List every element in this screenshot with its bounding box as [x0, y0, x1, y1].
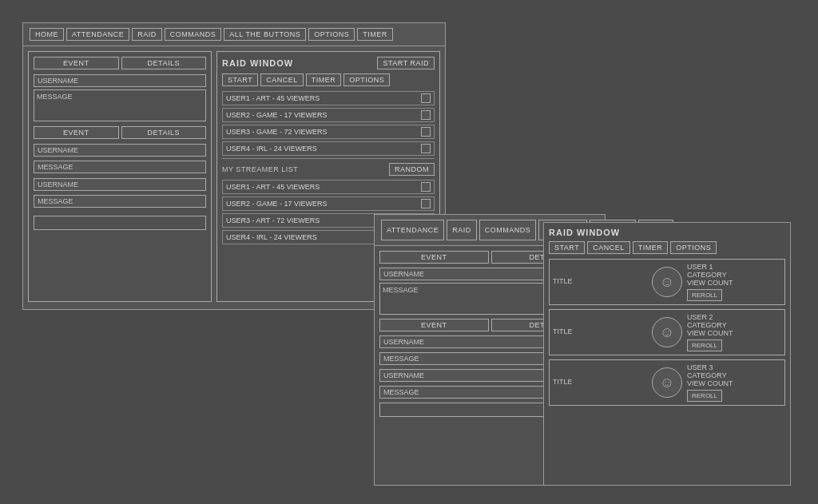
checkbox-s1[interactable]	[421, 182, 431, 192]
list-item[interactable]: USER2 - GAME - 17 VIEWERS	[222, 196, 435, 211]
message-field-3[interactable]: MESSAGE	[34, 195, 206, 208]
nav-timer[interactable]: TIMER	[357, 28, 393, 41]
raid-card-2-info: USER 2 CATEGORY VIEW COUNT REROLL	[687, 313, 781, 351]
avatar-1: ☺	[652, 267, 682, 297]
win3-raid-title: RAID WINDOW	[549, 228, 620, 237]
bottom-bar-1[interactable]	[34, 216, 206, 230]
nav-raid[interactable]: RAID	[132, 28, 162, 41]
checkbox-3[interactable]	[421, 127, 431, 137]
user-1-category: CATEGORY	[687, 271, 781, 279]
start-btn-1[interactable]: START	[222, 73, 258, 86]
raid-card-3: TITLE ☺ USER 3 CATEGORY VIEW COUNT REROL…	[549, 359, 785, 406]
win3-cancel-btn[interactable]: CANCEL	[587, 241, 630, 254]
event-btn-1[interactable]: EVENT	[34, 57, 119, 69]
raid-card-2: TITLE ☺ USER 2 CATEGORY VIEW COUNT REROL…	[549, 309, 785, 355]
chat-block-1: USERNAME MESSAGE	[34, 74, 206, 121]
win2-event-btn-2[interactable]: EVENT	[379, 319, 489, 331]
details-btn-1[interactable]: DETAILS	[121, 57, 207, 69]
options-btn-1[interactable]: OPTIONS	[343, 73, 390, 86]
message-area-1[interactable]: MESSAGE	[34, 89, 206, 121]
win3-options-btn[interactable]: OPTIONS	[670, 241, 717, 254]
nav-attendance[interactable]: ATTENDANCE	[66, 28, 129, 41]
chat-block-2: USERNAME MESSAGE	[34, 144, 206, 173]
raid-title-1: RAID WINDOW	[222, 58, 293, 68]
username-field-2[interactable]: USERNAME	[34, 144, 206, 157]
win3-raid-header: RAID WINDOW	[549, 228, 785, 237]
message-field-2[interactable]: MESSAGE	[34, 161, 206, 173]
checkbox-s2[interactable]	[421, 199, 431, 208]
reroll-btn-2[interactable]: REROLL	[687, 339, 722, 351]
user-3-name: USER 3	[687, 363, 781, 371]
list-item[interactable]: USER2 - GAME - 17 VIEWERS	[222, 108, 435, 122]
raid-header-1: RAID WINDOW START RAID	[222, 57, 435, 69]
user-2-name: USER 2	[687, 313, 781, 321]
avatar-2: ☺	[652, 317, 682, 347]
raid-card-2-title: TITLE	[553, 327, 647, 335]
details-btn-2[interactable]: DETAILS	[121, 126, 207, 139]
nav-bar-1: HOME ATTENDANCE RAID COMMANDS ALL THE BU…	[23, 23, 445, 46]
nav-commands[interactable]: COMMANDS	[165, 28, 222, 41]
user-list-1: USER1 - ART - 45 VIEWERS USER2 - GAME - …	[222, 91, 435, 156]
random-btn-1[interactable]: RANDOM	[389, 163, 435, 176]
list-item[interactable]: USER3 - GAME - 72 VIEWERS	[222, 125, 435, 139]
message-label-1: MESSAGE	[34, 90, 205, 103]
list-item[interactable]: USER4 - IRL - 24 VIEWERS	[222, 141, 435, 156]
win3-timer-btn[interactable]: TIMER	[633, 241, 669, 254]
start-raid-btn-1[interactable]: START RAID	[377, 57, 435, 69]
raid-card-1-info: USER 1 CATEGORY VIEW COUNT REROLL	[687, 263, 781, 301]
event-btn-2[interactable]: EVENT	[34, 126, 119, 139]
win2-event-btn[interactable]: EVENT	[379, 251, 489, 264]
checkbox-4[interactable]	[421, 144, 431, 153]
win3-start-btn[interactable]: START	[549, 241, 585, 254]
raid-card-1-left: TITLE	[553, 277, 647, 288]
raid-card-1: TITLE ☺ USER 1 CATEGORY VIEW COUNT REROL…	[549, 259, 785, 305]
nav-all-buttons[interactable]: ALL THE BUTTONS	[224, 28, 306, 41]
username-field-3[interactable]: USERNAME	[34, 178, 206, 191]
raid-card-3-left: TITLE	[553, 378, 647, 388]
chat-block-3: USERNAME MESSAGE	[34, 178, 206, 208]
user-1-viewcount: VIEW COUNT	[687, 279, 781, 287]
reroll-btn-3[interactable]: REROLL	[687, 390, 722, 402]
username-field-1[interactable]: USERNAME	[34, 74, 206, 87]
raid-controls-1: START CANCEL TIMER OPTIONS	[222, 73, 435, 86]
raid-card-3-title: TITLE	[553, 378, 647, 386]
raid-card-2-left: TITLE	[553, 327, 647, 338]
checkbox-1[interactable]	[421, 93, 431, 103]
nav-options[interactable]: OPTIONS	[308, 28, 355, 41]
window-3: RAID WINDOW START CANCEL TIMER OPTIONS T…	[543, 222, 791, 486]
streamer-list-label: MY STREAMER LIST	[222, 165, 298, 173]
user-2-category: CATEGORY	[687, 321, 781, 329]
raid-card-3-info: USER 3 CATEGORY VIEW COUNT REROLL	[687, 363, 781, 402]
chat-panel-1: EVENT DETAILS USERNAME MESSAGE EVENT DET…	[28, 51, 212, 302]
win3-raid-controls: START CANCEL TIMER OPTIONS	[549, 241, 785, 254]
user-3-viewcount: VIEW COUNT	[687, 379, 781, 387]
user-2-viewcount: VIEW COUNT	[687, 329, 781, 337]
list-item[interactable]: USER1 - ART - 45 VIEWERS	[222, 91, 435, 105]
user-1-name: USER 1	[687, 263, 781, 271]
user-3-category: CATEGORY	[687, 371, 781, 379]
cancel-btn-1[interactable]: CANCEL	[260, 73, 304, 86]
checkbox-2[interactable]	[421, 110, 431, 120]
nav2-attendance[interactable]: ATTENDANCE	[381, 220, 444, 240]
event-details-row-2: EVENT DETAILS	[34, 126, 206, 139]
timer-btn-1[interactable]: TIMER	[306, 73, 342, 86]
event-details-row-1: EVENT DETAILS	[34, 57, 206, 69]
nav2-commands[interactable]: COMMANDS	[479, 220, 537, 240]
reroll-btn-1[interactable]: REROLL	[687, 289, 722, 301]
raid-card-1-title: TITLE	[553, 277, 647, 285]
nav-home[interactable]: HOME	[30, 28, 64, 41]
list-item[interactable]: USER1 - ART - 45 VIEWERS	[222, 180, 435, 194]
nav2-raid[interactable]: RAID	[447, 220, 477, 240]
win3-content: RAID WINDOW START CANCEL TIMER OPTIONS T…	[544, 223, 790, 415]
avatar-3: ☺	[652, 367, 682, 398]
